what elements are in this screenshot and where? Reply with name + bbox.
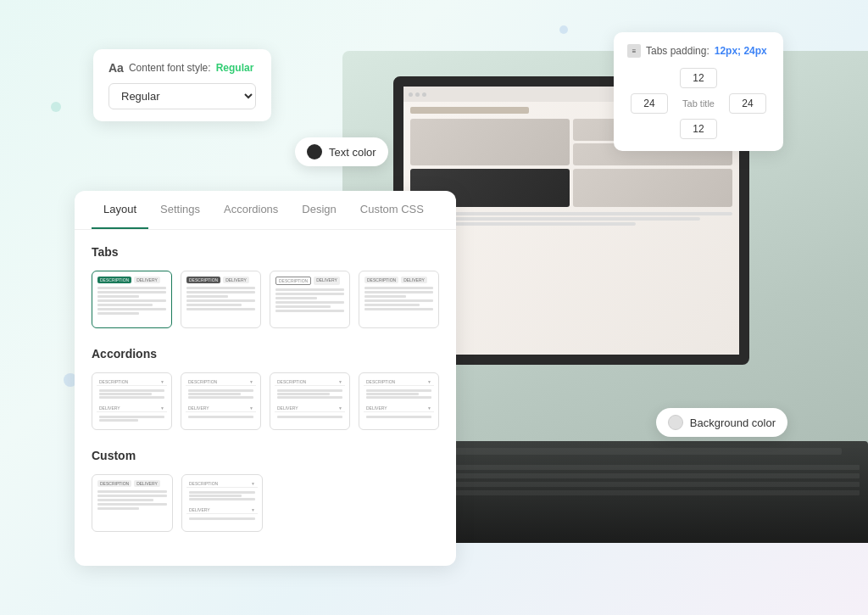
decorative-dot-5 [559, 25, 568, 34]
accordion-option-1[interactable]: DESCRIPTION ▼ DELIVERY ▼ [92, 372, 172, 430]
padding-bottom-input[interactable] [680, 119, 717, 139]
text-color-badge[interactable]: Text color [295, 137, 388, 166]
accordions-layout-options: DESCRIPTION ▼ DELIVERY ▼ [92, 372, 439, 430]
padding-left-input[interactable] [631, 93, 668, 114]
accordion-option-2[interactable]: DESCRIPTION ▼ DELIVERY ▼ [181, 372, 261, 430]
background-color-badge[interactable]: Background color [656, 408, 787, 437]
accordions-section-title: Accordions [92, 347, 439, 361]
tab-custom-css[interactable]: Custom CSS [348, 191, 436, 229]
main-tab-bar: Layout Settings Accordions Design Custom… [75, 191, 456, 230]
custom-section-title: Custom [92, 449, 439, 462]
font-style-select[interactable]: Regular Bold Italic Light [108, 83, 256, 109]
tabs-padding-label: Tabs padding: [646, 45, 709, 57]
accordion-option-3[interactable]: DESCRIPTION ▼ DELIVERY ▼ [270, 372, 350, 430]
main-content-area: Tabs DESCRIPTION DELIVERY [75, 230, 456, 566]
custom-option-2[interactable]: DESCRIPTION ▼ DELIVERY ▼ [181, 474, 263, 532]
tabs-option-3[interactable]: DESCRIPTION DELIVERY [270, 271, 350, 328]
tabs-option-4[interactable]: DESCRIPTION DELIVERY [359, 271, 439, 328]
accordion-option-4[interactable]: DESCRIPTION ▼ DELIVERY ▼ [359, 372, 439, 430]
tab-design[interactable]: Design [290, 191, 348, 229]
font-style-label: Content font style: [129, 62, 211, 74]
tab-layout[interactable]: Layout [92, 191, 148, 229]
bg-color-swatch [668, 415, 683, 430]
tabs-option-1[interactable]: DESCRIPTION DELIVERY [92, 271, 172, 328]
tabs-padding-value: 12px; 24px [715, 45, 767, 57]
tabs-padding-card: ≡ Tabs padding: 12px; 24px Tab title [614, 32, 783, 151]
padding-right-input[interactable] [729, 93, 766, 114]
tab-accordions[interactable]: Accordions [212, 191, 290, 229]
font-style-value: Regular [216, 62, 254, 74]
tabs-padding-icon: ≡ [627, 44, 641, 58]
tabs-section-title: Tabs [92, 245, 439, 259]
custom-layout-options: DESCRIPTION DELIVERY DESCRIPTION ▼ [92, 474, 439, 532]
bg-color-label: Background color [690, 417, 776, 429]
tabs-option-2[interactable]: DESCRIPTION DELIVERY [181, 271, 261, 328]
padding-center-label: Tab title [682, 98, 715, 109]
text-color-label: Text color [329, 146, 376, 159]
tabs-layout-options: DESCRIPTION DELIVERY DESCRIPTION DE [92, 271, 439, 328]
font-style-card: Aa Content font style: Regular Regular B… [93, 49, 271, 121]
tab-settings[interactable]: Settings [148, 191, 212, 229]
padding-top-input[interactable] [680, 68, 717, 88]
main-layout-card: Layout Settings Accordions Design Custom… [75, 191, 456, 566]
custom-option-1[interactable]: DESCRIPTION DELIVERY [92, 474, 173, 532]
decorative-dot-1 [51, 102, 61, 112]
text-color-swatch [307, 144, 322, 159]
font-icon: Aa [108, 61, 124, 75]
